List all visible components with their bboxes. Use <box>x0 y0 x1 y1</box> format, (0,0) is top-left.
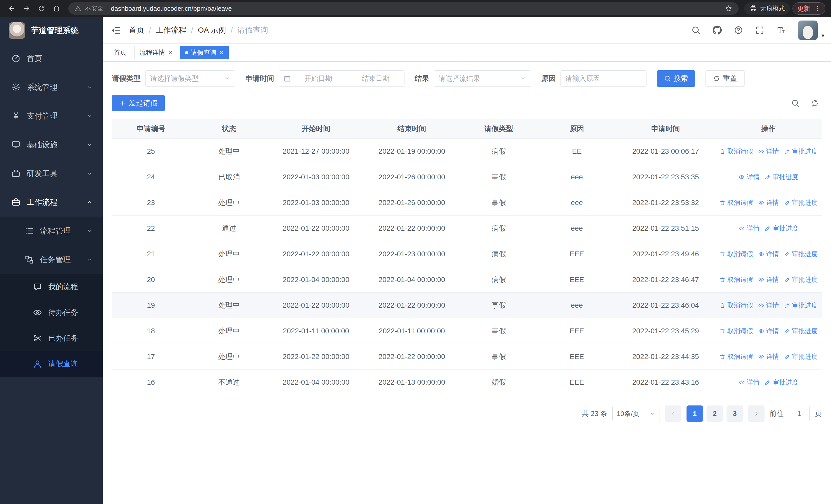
sidebar-item-infra[interactable]: 基础设施 <box>0 130 103 159</box>
cancel-leave-link[interactable]: 取消请假 <box>719 327 753 335</box>
approval-progress-link[interactable]: 审批进度 <box>765 224 798 233</box>
sidebar-item-process-mgmt[interactable]: 流程管理 <box>0 216 103 245</box>
cell-reason: EEE <box>538 369 616 395</box>
approval-progress-link[interactable]: 审批进度 <box>784 301 818 309</box>
sidebar-item-home[interactable]: 首页 <box>0 44 103 73</box>
page-size-select[interactable]: 10条/页 <box>612 406 660 421</box>
approval-progress-link[interactable]: 审批进度 <box>784 352 818 361</box>
table-row: 21处理中2022-01-22 00:00:002022-01-23 00:00… <box>112 241 822 267</box>
cell-start-time: 2022-01-22 00:00:00 <box>268 241 364 267</box>
user-menu[interactable]: ▾ <box>798 21 818 40</box>
bookmark-star-icon[interactable] <box>725 5 733 12</box>
detail-link[interactable]: 详情 <box>758 327 779 335</box>
cancel-leave-link[interactable]: 取消请假 <box>719 147 753 155</box>
chevron-down-icon <box>86 170 93 177</box>
apply-time-range-picker[interactable]: 开始日期 - 结束日期 <box>279 70 404 87</box>
sidebar-item-todo-tasks[interactable]: 待办任务 <box>0 300 103 325</box>
search-button-label: 搜索 <box>674 73 688 83</box>
search-icon[interactable] <box>691 25 700 35</box>
sidebar-item-task-mgmt[interactable]: 任务管理 <box>0 245 103 274</box>
sidebar-item-workflow[interactable]: 工作流程 <box>0 188 103 216</box>
goto-page-input[interactable] <box>789 406 810 421</box>
tab-process-detail[interactable]: 流程详情× <box>135 46 177 59</box>
detail-link[interactable]: 详情 <box>758 250 779 258</box>
reset-button[interactable]: 重置 <box>706 70 745 87</box>
help-icon[interactable] <box>734 25 743 35</box>
leave-type-select[interactable]: 请选择请假类型 <box>145 70 235 87</box>
cancel-leave-link[interactable]: 取消请假 <box>719 198 753 207</box>
page-button-3[interactable]: 3 <box>726 406 743 422</box>
detail-link[interactable]: 详情 <box>739 173 760 181</box>
breadcrumb-separator: / <box>191 26 193 35</box>
cancel-leave-link[interactable]: 取消请假 <box>719 352 753 361</box>
approval-progress-link[interactable]: 审批进度 <box>784 198 818 207</box>
detail-link[interactable]: 详情 <box>758 275 779 284</box>
create-leave-button[interactable]: 发起请假 <box>112 95 165 111</box>
cell-apply-time: 2022-01-22 23:46:04 <box>616 293 715 318</box>
cell-reason: eee <box>538 293 616 318</box>
search-button[interactable]: 搜索 <box>657 70 695 87</box>
back-icon[interactable] <box>6 2 18 14</box>
approval-progress-link[interactable]: 审批进度 <box>784 147 818 155</box>
close-tab-icon[interactable]: × <box>220 49 224 56</box>
cancel-leave-link[interactable]: 取消请假 <box>719 301 753 309</box>
detail-link[interactable]: 详情 <box>758 198 779 207</box>
toggle-search-icon[interactable] <box>791 99 800 108</box>
font-size-icon[interactable] <box>776 25 786 35</box>
sidebar-item-devtools[interactable]: 研发工具 <box>0 159 103 188</box>
cell-end-time: 2022-01-19 00:00:00 <box>364 139 460 164</box>
tab-label: 流程详情 <box>139 48 165 57</box>
breadcrumb-item[interactable]: OA 示例 <box>198 25 226 35</box>
fullscreen-icon[interactable] <box>755 25 765 35</box>
app-logo[interactable]: 芋道管理系统 <box>0 17 103 44</box>
detail-link[interactable]: 详情 <box>758 352 779 361</box>
approval-progress-link[interactable]: 审批进度 <box>784 250 818 258</box>
page-button-2[interactable]: 2 <box>707 406 723 422</box>
cell-id: 23 <box>112 190 190 215</box>
cell-leave-type: 事假 <box>460 318 538 344</box>
detail-link[interactable]: 详情 <box>758 147 779 155</box>
cell-apply-time: 2022-01-23 00:06:17 <box>616 139 715 164</box>
sidebar-item-my-process[interactable]: 我的流程 <box>0 274 103 300</box>
browser-home-icon[interactable] <box>50 2 63 14</box>
chevron-up-icon <box>86 199 93 206</box>
cancel-leave-link[interactable]: 取消请假 <box>719 275 753 284</box>
detail-link[interactable]: 详情 <box>739 224 760 233</box>
approval-progress-link[interactable]: 审批进度 <box>765 173 798 181</box>
scissors-icon <box>33 334 42 343</box>
cancel-leave-link[interactable]: 取消请假 <box>719 250 753 258</box>
detail-link[interactable]: 详情 <box>739 378 760 386</box>
address-bar[interactable]: 不安全 dashboard.yudao.iocoder.cn/bpm/oa/le… <box>68 2 739 14</box>
cell-status: 不通过 <box>190 369 268 395</box>
browser-menu-icon[interactable] <box>814 5 821 12</box>
prev-page-button[interactable] <box>665 406 681 422</box>
sidebar-item-system[interactable]: 系统管理 <box>0 73 103 101</box>
sidebar-item-leave-query[interactable]: 请假查询 <box>0 351 103 377</box>
url-text[interactable]: dashboard.yudao.iocoder.cn/bpm/oa/leave <box>111 5 721 12</box>
github-icon[interactable] <box>712 25 722 35</box>
sidebar-item-done-tasks[interactable]: 已办任务 <box>0 325 103 351</box>
next-page-button[interactable] <box>748 406 765 422</box>
approval-progress-link[interactable]: 审批进度 <box>784 275 818 284</box>
close-tab-icon[interactable]: × <box>168 49 172 56</box>
refresh-table-icon[interactable] <box>810 99 819 108</box>
approval-progress-link[interactable]: 审批进度 <box>784 327 818 335</box>
detail-link[interactable]: 详情 <box>758 301 779 309</box>
approval-progress-link[interactable]: 审批进度 <box>765 378 798 386</box>
sidebar-toggle-icon[interactable] <box>110 25 121 36</box>
update-button[interactable]: 更新 <box>793 2 825 14</box>
breadcrumb-item[interactable]: 首页 <box>129 25 144 35</box>
security-warning-label[interactable]: 不安全 <box>85 4 104 12</box>
eye-icon <box>739 174 745 180</box>
tab-home[interactable]: 首页 <box>109 46 132 59</box>
result-select[interactable]: 请选择流结果 <box>434 70 531 87</box>
action-label: 取消请假 <box>727 198 753 207</box>
forward-icon[interactable] <box>21 2 33 14</box>
sidebar-item-payment[interactable]: 支付管理 <box>0 101 103 130</box>
breadcrumb-item[interactable]: 工作流程 <box>155 25 186 35</box>
reload-icon[interactable] <box>35 2 48 14</box>
reason-input[interactable] <box>561 70 647 87</box>
tab-leave-query[interactable]: 请假查询× <box>180 46 228 59</box>
page-button-1[interactable]: 1 <box>687 406 703 422</box>
cell-id: 25 <box>112 139 190 164</box>
